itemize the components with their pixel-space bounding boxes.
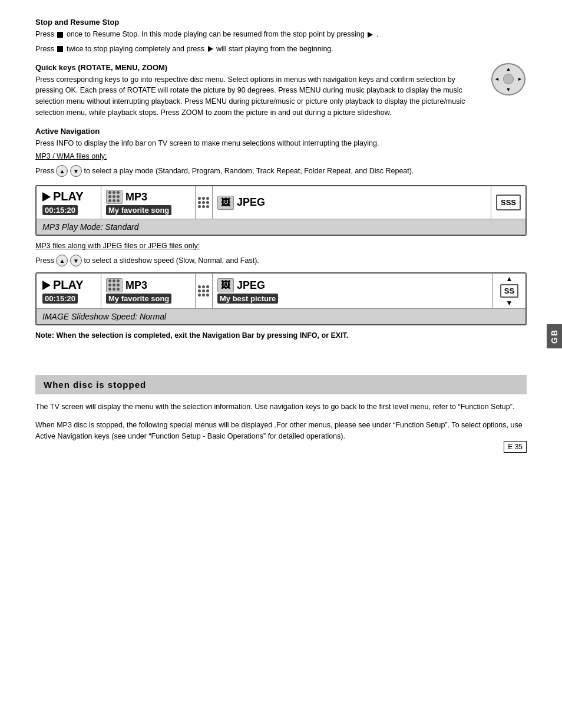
dot — [198, 205, 201, 208]
stop-resume-text-1: once to Resume Stop. In this mode playin… — [67, 30, 365, 38]
when-disc-para2: When MP3 disc is stopped, the following … — [35, 420, 527, 442]
mid-dots-grid-1 — [198, 197, 210, 209]
dot — [206, 294, 209, 297]
note-text: Note: When the selection is completed, e… — [35, 331, 527, 340]
nav-arrow-left-icon: ◄ — [494, 76, 500, 82]
mid-dots-1 — [196, 186, 213, 219]
play-icon-1 — [368, 32, 373, 38]
mp3-label-1: MP3 — [106, 190, 147, 204]
dot — [113, 288, 115, 291]
dot — [202, 289, 205, 292]
mp3-jpeg-label: MP3 files along with JPEG files or JPEG … — [35, 242, 527, 250]
play-time-2: 00:15:20 — [42, 294, 78, 304]
player-row-1: PLAY 00:15:20 — [37, 186, 525, 219]
dot — [108, 279, 111, 282]
player-box-1: PLAY 00:15:20 — [35, 185, 527, 236]
dot — [117, 199, 120, 202]
stop-resume-text-2: twice to stop playing completely and pre… — [67, 45, 204, 53]
mp3-label-2: MP3 — [106, 278, 147, 292]
dot — [206, 197, 209, 200]
dot — [113, 195, 115, 198]
dot — [198, 201, 201, 204]
status-bar-2: IMAGE Slideshow Speed: Normal — [37, 309, 525, 324]
jpeg-text-2: JPEG — [237, 279, 265, 292]
dot — [202, 205, 205, 208]
player-box-2: PLAY 00:15:20 — [35, 272, 527, 325]
mp3-song-2: My favorite song — [106, 294, 171, 304]
play-text-1: PLAY — [53, 190, 84, 203]
jpeg-label-1: 🖼 JPEG — [217, 196, 265, 210]
jpeg-label-2: 🖼 JPEG — [217, 278, 265, 292]
slideshow-nav-body: to select a slideshow speed (Slow, Norma… — [84, 256, 259, 265]
dot — [198, 285, 201, 288]
mp3-text-2: MP3 — [125, 279, 147, 292]
jpeg-section-1: 🖼 JPEG — [213, 186, 491, 219]
page-number: E 35 — [504, 441, 527, 453]
play-text-2: PLAY — [53, 278, 84, 292]
player-row-2: PLAY 00:15:20 — [37, 274, 525, 309]
dot — [113, 191, 115, 194]
stop-icon-2 — [57, 46, 63, 52]
slideshow-nav-text: Press ▲ ▼ to select a slideshow speed (S… — [35, 255, 527, 266]
when-disc-title: When disc is stopped — [35, 375, 527, 394]
dot — [206, 285, 209, 288]
dot — [108, 199, 111, 202]
stop-resume-line2: Press twice to stop playing completely a… — [35, 44, 527, 55]
dot — [117, 284, 120, 286]
play-label-1: PLAY — [42, 190, 84, 203]
ss-arrow-down-icon: ▼ — [506, 299, 513, 307]
active-nav-section: Active Navigation Press INFO to display … — [35, 127, 527, 177]
nav-cluster: ▲ ▼ ◄ ► — [491, 63, 527, 95]
press-label-ss: Press — [35, 256, 56, 265]
nav-up-circle: ▲ — [56, 165, 68, 177]
stop-resume-title: Stop and Resume Stop — [35, 18, 527, 27]
nav-key-text-body: to select a play mode (Standard, Program… — [84, 167, 414, 175]
play-time-1: 00:15:20 — [42, 205, 78, 215]
dot — [108, 284, 111, 286]
nav-up-circle-2: ▲ — [56, 255, 68, 266]
dot — [202, 294, 205, 297]
page: Stop and Resume Stop Press once to Resum… — [0, 0, 562, 463]
nav-key-text: Press ▲ ▼ to select a play mode (Standar… — [35, 165, 527, 177]
mp3-wma-label: MP3 / WMA files only: — [35, 152, 527, 160]
sss-section-1: SSS — [491, 186, 525, 219]
mp3-song-1: My favorite song — [106, 205, 171, 215]
play-icon-2 — [208, 46, 213, 52]
nav-center-button — [503, 74, 514, 84]
stop-resume-end-2: will start playing from the beginning. — [216, 45, 333, 53]
dot — [108, 195, 111, 198]
nav-down-circle: ▼ — [70, 165, 82, 177]
dot — [206, 205, 209, 208]
dot — [202, 201, 205, 204]
when-disc-wrapper: When disc is stopped The TV screen will … — [35, 375, 527, 442]
nav-cluster-inner: ▲ ▼ ◄ ► — [491, 63, 525, 95]
dot — [206, 289, 209, 292]
ss-arrow-up-icon: ▲ — [506, 275, 513, 283]
music-icon-2 — [106, 278, 123, 292]
stop-icon-1 — [57, 32, 63, 38]
dot — [198, 197, 201, 200]
nav-arrow-top-icon: ▲ — [506, 66, 511, 72]
dot — [198, 289, 201, 292]
mid-dots-2 — [196, 274, 213, 308]
dot — [117, 191, 120, 194]
when-disc-para1: The TV screen will display the menu with… — [35, 401, 527, 413]
dot — [117, 279, 120, 282]
dot — [206, 201, 209, 204]
play-section-1: PLAY 00:15:20 — [37, 186, 101, 219]
dots-grid-2 — [108, 279, 120, 291]
press-label-2: Press — [35, 45, 54, 53]
play-label-2: PLAY — [42, 278, 84, 292]
jpeg-text-1: JPEG — [237, 196, 265, 209]
status-bar-1: MP3 Play Mode: Standard — [37, 219, 525, 235]
nav-arrow-right-icon: ► — [517, 76, 523, 82]
jpeg-section-2: 🖼 JPEG My best picture — [213, 274, 493, 308]
sss-box-1: SSS — [496, 195, 521, 210]
press-label-1: Press — [35, 30, 54, 38]
dot — [202, 197, 205, 200]
mp3-section-1: MP3 My favorite song — [101, 186, 196, 219]
active-nav-title: Active Navigation — [35, 127, 527, 136]
dot — [108, 191, 111, 194]
stop-resume-section: Stop and Resume Stop Press once to Resum… — [35, 18, 527, 55]
nav-down-circle-2: ▼ — [70, 255, 82, 266]
